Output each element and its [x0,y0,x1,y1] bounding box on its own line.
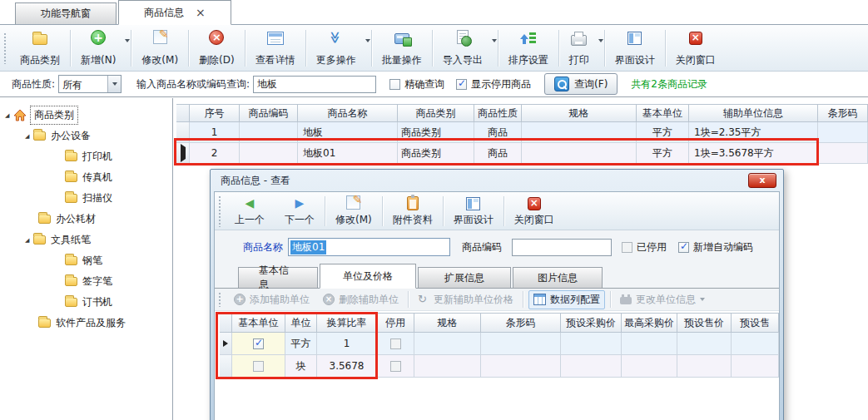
dropdown-arrow-icon[interactable] [492,39,497,42]
autocode-checkbox[interactable]: 新增自动编码 [678,240,753,254]
dialog-button-previous[interactable]: 上一个 [225,194,275,229]
checkbox-icon[interactable] [390,338,401,349]
nature-select[interactable]: 所有 [58,75,122,93]
tree-expander-icon[interactable]: ◢ [25,237,33,244]
query-button[interactable]: 查询(F) [544,73,618,95]
dropdown-arrow-icon[interactable] [598,39,603,42]
tree-item[interactable]: 签字笔 [0,271,172,292]
product-name-input[interactable]: 地板01 [288,238,450,256]
dialog-button-next[interactable]: 下一个 [275,194,325,229]
tree-item[interactable]: 打印机 [0,146,172,167]
col-header-code[interactable]: 商品编码 [240,104,298,122]
close-window-icon [528,197,541,210]
folder-icon [65,152,77,161]
cell-spec [414,333,481,355]
dialog-button-attachments[interactable]: 附件资料 [383,194,443,229]
col-header-spec[interactable]: 规格 [414,313,481,333]
toolbar-button-view-details[interactable]: 查看详情 [246,27,305,69]
tab-extended-info[interactable]: 扩展信息 [418,267,511,288]
col-header-preset-sale[interactable]: 预设售价 [677,313,732,333]
tree-expander-icon[interactable]: ◢ [5,112,13,119]
tree-expander-icon[interactable]: ◢ [25,133,33,140]
dialog-button-ui-design[interactable]: 界面设计 [444,194,503,229]
toolbar-button-add[interactable]: 新增(N) [71,27,131,69]
toolbar-button-delete[interactable]: 删除(D) [189,27,245,69]
toolbar-button-ui-design[interactable]: 界面设计 [605,27,665,69]
checkbox-icon[interactable] [622,242,632,253]
toolbar-button-sort-settings[interactable]: 排序设置 [498,27,558,69]
exact-query-checkbox[interactable]: 精确查询 [389,77,444,91]
dialog-button-edit[interactable]: 修改(M) [325,194,382,229]
checkbox-checked-icon[interactable] [456,79,467,90]
cell-preset-sale [677,333,732,355]
dialog-button-close-window[interactable]: 关闭窗口 [504,194,564,229]
select-dropdown-button[interactable] [107,76,121,92]
tree-item-label: 商品类别 [30,106,78,125]
toolbar-button-import-export[interactable]: 导入导出 [433,27,498,69]
toolbar-button-print[interactable]: 打印 [559,27,604,69]
show-disabled-checkbox[interactable]: 显示停用商品 [456,77,531,91]
cell-barcode [481,355,561,378]
col-header-preset-purchase[interactable]: 预设采购价 [561,313,622,333]
col-header-nature[interactable]: 商品性质 [474,104,522,122]
toolbar-drag-grip[interactable] [218,292,221,307]
cell-stopped-checkbox[interactable] [377,333,414,355]
cell-barcode [481,333,561,355]
toolbar-drag-grip[interactable] [3,32,7,64]
toolbar-button-product-category[interactable]: 商品类别 [10,27,70,69]
checkbox-checked-icon[interactable] [678,242,689,253]
folder-icon [65,194,77,203]
col-header-aux-unit[interactable]: 辅助单位信息 [689,104,818,122]
tree-item[interactable]: ◢ 文具纸笔 [0,230,172,250]
col-header-spec[interactable]: 规格 [522,104,637,122]
dialog-toolbar: 上一个 下一个 修改(M) 附件资料 界面设计 [215,192,779,230]
col-header-base-unit[interactable]: 基本单位 [637,104,689,122]
dropdown-arrow-icon[interactable] [365,39,370,42]
tree-item-label: 签字笔 [82,274,112,289]
tree-item[interactable]: ◢ 办公设备 [0,126,172,146]
dialog-close-button[interactable]: x [748,173,776,188]
col-header-max-purchase[interactable]: 最高采购价 [622,313,677,333]
tab-product-info[interactable]: 商品信息 × [118,0,231,25]
tab-units-prices[interactable]: 单位及价格 [320,264,416,289]
col-header-seq[interactable]: 序号 [190,104,240,122]
dialog-title-bar[interactable]: 商品信息 - 查看 x [214,170,780,191]
show-disabled-label: 显示停用商品 [471,77,531,91]
checkbox-icon[interactable] [389,79,400,90]
tab-label: 商品信息 [144,6,184,20]
product-code-input[interactable] [512,239,612,256]
batch-icon [394,33,409,44]
toolbar-button-batch-actions[interactable]: 批量操作 [372,27,432,69]
toolbar-drag-grip[interactable] [218,195,221,227]
col-header-barcode[interactable]: 条形码 [481,313,561,333]
col-header-barcode[interactable]: 条形码 [818,104,868,122]
tree-item[interactable]: 订书机 [0,292,172,313]
tab-close-icon[interactable]: × [196,7,206,18]
toolbar-button-close-window[interactable]: 关闭窗口 [666,27,726,69]
tree-item[interactable]: 扫描仪 [0,188,172,209]
tab-image-info[interactable]: 图片信息 [513,267,603,288]
tree-item[interactable]: 软件产品及服务 [0,313,172,334]
data-column-config-button[interactable]: 数据列配置 [528,290,605,309]
tree-item-label: 办公耗材 [56,212,96,226]
toolbar-button-edit[interactable]: 修改(M) [131,27,188,69]
col-header-category[interactable]: 商品类别 [398,104,474,122]
toolbar-separator [408,291,409,308]
tab-basic-info[interactable]: 基本信息 [238,267,318,288]
tree-item[interactable]: 传真机 [0,167,172,188]
search-input[interactable] [253,76,376,93]
tree-item[interactable]: 办公耗材 [0,209,172,230]
col-header-name[interactable]: 商品名称 [298,104,398,122]
query-button-label: 查询(F) [574,77,608,91]
tree-item-root[interactable]: ◢ 商品类别 [0,105,172,126]
col-header-preset-sale-2[interactable]: 预设售 [732,313,779,333]
tab-function-nav[interactable]: 功能导航窗 [15,2,117,24]
checkbox-icon[interactable] [390,361,401,372]
tree-item-label: 传真机 [82,170,112,185]
toolbar-button-more-actions[interactable]: 更多操作 [306,27,371,69]
col-header-stopped[interactable]: 停用 [377,313,414,333]
cell-stopped-checkbox[interactable] [377,355,414,378]
tree-item[interactable]: 钢笔 [0,250,172,271]
dropdown-arrow-icon[interactable] [125,39,130,42]
stopped-checkbox[interactable]: 已停用 [622,240,667,254]
